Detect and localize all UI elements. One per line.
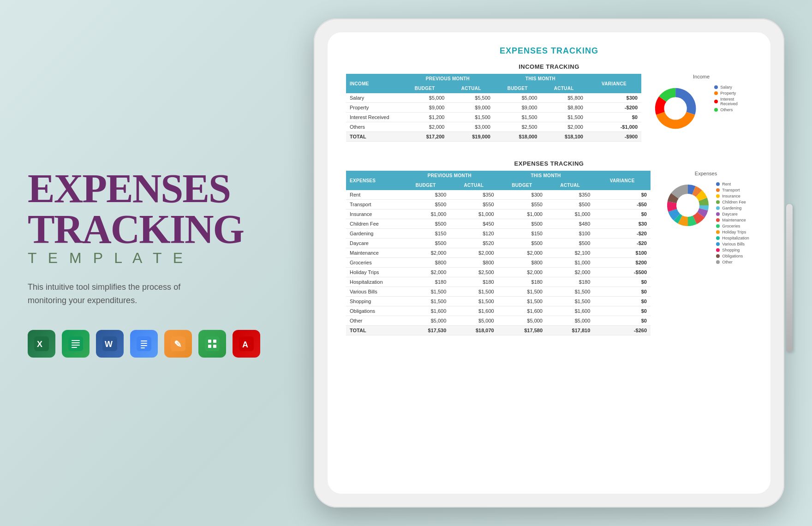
legend-label: Gardening [722,206,741,210]
legend-dot [716,260,720,264]
legend-label: Hospitalization [722,236,749,240]
income-section: INCOME PREVIOUS MONTH THIS MONTH VARIANC… [346,74,752,151]
acrobat-icon[interactable]: A [233,330,260,358]
expenses-prev-budget: $1,500 [401,297,450,306]
word-icon[interactable]: W [96,330,124,358]
expenses-prev-actual: $450 [450,219,497,229]
expenses-chart-wrapper: Expenses RentTransportInsuranceChildren … [660,171,752,264]
income-total-prev-actual: $19,000 [448,132,494,142]
legend-label: Obligations [722,254,743,258]
svg-rect-16 [205,336,220,351]
expenses-total-label: TOTAL [346,326,401,335]
legend-dot [714,108,718,112]
legend-dot [716,194,720,198]
expenses-this-budget: $150 [498,229,546,239]
expenses-this-budget: $5,000 [498,316,546,326]
expenses-prev-month-header: PREVIOUS MONTH [401,171,498,180]
income-row-name: Others [346,122,401,132]
income-variance: $300 [587,93,641,103]
docs-icon[interactable] [130,330,158,358]
legend-item: Rent [716,182,749,186]
expenses-variance: $0 [594,316,651,326]
expenses-total-prev-actual: $18,070 [450,326,497,335]
svg-rect-20 [213,345,216,348]
expenses-row-name: Insurance [346,209,401,219]
svg-rect-18 [213,340,216,343]
legend-dot [716,212,720,216]
svg-rect-13 [141,347,145,348]
expenses-variance: $0 [594,209,651,219]
legend-label: Groceries [722,224,740,228]
income-this-actual: $8,800 [541,103,587,113]
expenses-row-name: Children Fee [346,219,401,229]
expenses-prev-actual: $1,600 [450,306,497,316]
expenses-row-name: Groceries [346,258,401,268]
expenses-this-budget: $1,500 [498,297,546,306]
legend-item: Hospitalization [716,236,749,240]
svg-rect-10 [141,341,147,341]
expenses-section-title: EXPENSES TRACKING [346,160,752,167]
legend-item: Groceries [716,224,749,228]
expenses-prev-actual: $120 [450,229,497,239]
expenses-this-budget: $1,500 [498,287,546,297]
excel-icon[interactable]: X [28,330,55,358]
expenses-this-month-header: THIS MONTH [498,171,594,180]
income-prev-budget: $9,000 [401,103,448,113]
income-prev-actual: $3,000 [448,122,494,132]
expenses-this-budget: $500 [498,219,546,229]
legend-dot [716,200,720,204]
income-prev-actual: $9,000 [448,103,494,113]
income-prev-budget: $2,000 [401,122,448,132]
expenses-chart-title: Expenses [660,171,752,176]
svg-rect-11 [141,343,147,344]
expenses-row-name: Obligations [346,306,401,316]
expenses-prev-budget: $5,000 [401,316,450,326]
pages-icon[interactable]: ✎ [164,330,192,358]
legend-dot [716,224,720,228]
expenses-this-actual: $500 [546,239,594,248]
expenses-this-actual: $1,500 [546,297,594,306]
expenses-this-budget: $2,000 [498,268,546,277]
legend-item: Obligations [716,254,749,258]
expenses-donut-container: RentTransportInsuranceChildren FeeGarden… [660,180,752,264]
income-legend: SalaryPropertyInterest ReceivedOthers [714,85,752,112]
expenses-variance: $100 [594,248,651,258]
numbers-icon[interactable] [198,330,226,358]
expenses-prev-actual: $520 [450,239,497,248]
expenses-variance: $0 [594,306,651,316]
legend-item: Transport [716,188,749,192]
legend-dot [716,248,720,252]
legend-dot [714,100,718,103]
expenses-prev-budget: $800 [401,258,450,268]
legend-label: Others [720,108,733,112]
sheet-main-title: EXPENSES TRACKING [346,46,752,56]
income-prev-month-header: PREVIOUS MONTH [401,74,494,84]
legend-dot [716,218,720,222]
svg-text:W: W [105,340,113,349]
expenses-prev-actual: $1,500 [450,287,497,297]
income-chart-title: Income [651,74,752,79]
expenses-prev-budget: $2,000 [401,248,450,258]
legend-item: Daycare [716,212,749,216]
legend-dot [716,230,720,234]
expenses-variance: $0 [594,190,651,200]
sheets-icon[interactable] [62,330,90,358]
legend-dot [714,91,718,95]
expenses-this-actual: $350 [546,190,594,200]
expenses-variance-header: VARIANCE [594,171,651,190]
legend-label: Salary [720,85,732,90]
expenses-prev-budget: $500 [401,219,450,229]
expenses-row-name: Rent [346,190,401,200]
expenses-col-header: EXPENSES [346,171,401,190]
income-donut-container: SalaryPropertyInterest ReceivedOthers [651,83,752,134]
legend-label: Interest Received [720,97,752,106]
income-prev-budget: $5,000 [401,93,448,103]
expenses-row-name: Various Bills [346,287,401,297]
expenses-prev-actual: $1,000 [450,209,497,219]
expenses-this-actual: $2,000 [546,268,594,277]
income-this-budget: $2,500 [494,122,541,132]
expenses-prev-budget: $1,000 [401,209,450,219]
income-this-actual: $1,500 [541,113,587,122]
expenses-this-actual: $500 [546,200,594,209]
expenses-prev-budget: $2,000 [401,268,450,277]
